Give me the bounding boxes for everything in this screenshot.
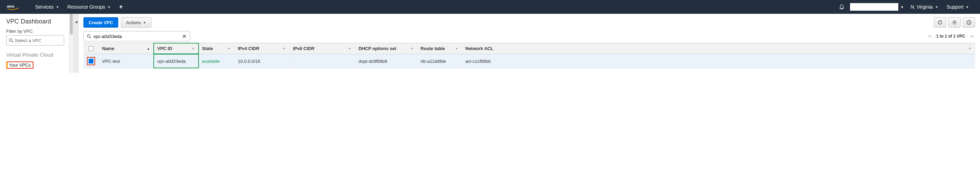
col-ipv6[interactable]: IPv6 CIDR ▼ xyxy=(290,43,355,54)
filter-placeholder: Select a VPC xyxy=(15,38,41,43)
search-bar: ✕ ≪ ‹ 1 to 1 of 1 VPC › ≫ xyxy=(83,31,975,41)
settings-button[interactable] xyxy=(948,17,961,28)
nav-pin[interactable] xyxy=(115,0,127,14)
scrollbar-thumb[interactable] xyxy=(70,14,73,35)
actions-label: Actions xyxy=(126,20,141,25)
actions-button[interactable]: Actions ▼ xyxy=(121,17,152,28)
chevron-down-icon: ▼ xyxy=(900,5,904,9)
col-name-label: Name xyxy=(102,46,114,51)
nav-region[interactable]: N. Virginia ▼ xyxy=(907,0,942,14)
sort-icon: ▼ xyxy=(283,47,286,50)
close-icon: ✕ xyxy=(182,33,186,39)
svg-point-6 xyxy=(87,35,90,37)
col-ipv4-label: IPv4 CIDR xyxy=(238,46,259,51)
col-vpc-id-label: VPC ID xyxy=(157,46,172,51)
cell-vpc-id: vpc-a0d33eda xyxy=(154,54,199,68)
row-checkbox-highlight xyxy=(87,57,95,65)
nav-region-label: N. Virginia xyxy=(911,4,933,10)
cell-network-acl: acl-c1cf86bb xyxy=(462,54,975,68)
checkbox-icon xyxy=(89,46,94,51)
svg-line-2 xyxy=(12,41,13,43)
cell-dhcp: dopt-dc9f68b9 xyxy=(355,54,417,68)
pager-prev-icon[interactable]: ‹ xyxy=(933,34,936,39)
sidebar-title[interactable]: VPC Dashboard xyxy=(6,18,64,25)
svg-point-1 xyxy=(9,39,12,41)
chevron-left-icon: ◀ xyxy=(75,20,78,24)
chevron-down-icon: ▼ xyxy=(966,5,969,9)
clear-search-button[interactable]: ✕ xyxy=(181,33,187,40)
pager-next-icon[interactable]: › xyxy=(965,34,969,39)
svg-point-3 xyxy=(954,22,955,23)
sidebar-link-your-vpcs[interactable]: Your VPCs xyxy=(6,61,33,69)
row-checkbox-cell[interactable] xyxy=(83,54,99,68)
sort-icon: ▼ xyxy=(348,47,351,50)
pager: ≪ ‹ 1 to 1 of 1 VPC › ≫ xyxy=(926,34,975,39)
pager-first-icon[interactable]: ≪ xyxy=(926,34,933,39)
table-row[interactable]: VPC-test vpc-a0d33eda available 10.0.0.0… xyxy=(83,54,975,69)
nav-services[interactable]: Services ▼ xyxy=(31,0,64,14)
content-pane: Create VPC Actions ▼ ? xyxy=(79,14,980,73)
col-network-acl[interactable]: Network ACL ▼ xyxy=(462,43,975,54)
cell-state: available xyxy=(199,54,234,68)
svg-text:?: ? xyxy=(968,21,970,24)
sort-icon: ▼ xyxy=(228,47,231,50)
sidebar-scrollbar[interactable] xyxy=(69,14,74,73)
create-vpc-button[interactable]: Create VPC xyxy=(83,17,118,28)
col-dhcp[interactable]: DHCP options set ▼ xyxy=(355,43,417,54)
top-nav: aws Services ▼ Resource Groups ▼ ▼ N. Vi… xyxy=(0,0,980,14)
col-state-label: State xyxy=(202,46,213,51)
sort-icon: ▼ xyxy=(410,47,413,50)
help-icon: ? xyxy=(966,20,972,25)
account-menu-caret[interactable]: ▼ xyxy=(900,5,907,9)
sort-icon: ▼ xyxy=(192,47,195,50)
chevron-down-icon: ▼ xyxy=(935,5,938,9)
col-vpc-id[interactable]: VPC ID ▼ xyxy=(154,43,199,54)
col-ipv6-label: IPv6 CIDR xyxy=(293,46,314,51)
col-rt-label: Route table xyxy=(420,46,445,51)
pager-text: 1 to 1 of 1 VPC xyxy=(936,34,965,39)
help-button[interactable]: ? xyxy=(963,17,975,28)
pager-last-icon[interactable]: ≫ xyxy=(969,34,975,39)
filter-label: Filter by VPC: xyxy=(6,29,64,34)
account-menu[interactable] xyxy=(850,3,898,11)
checkbox-checked-icon xyxy=(89,59,94,64)
nav-services-label: Services xyxy=(35,4,54,10)
nav-support-label: Support xyxy=(947,4,964,10)
col-select-all[interactable] xyxy=(83,43,99,54)
chevron-down-icon: ▼ xyxy=(143,21,146,24)
vpc-table: Name ▲ VPC ID ▼ State ▼ IPv4 CIDR ▼ IPv6… xyxy=(83,43,975,69)
nav-resource-groups[interactable]: Resource Groups ▼ xyxy=(64,0,115,14)
chevron-down-icon: ▼ xyxy=(107,5,111,9)
col-ipv4[interactable]: IPv4 CIDR ▼ xyxy=(234,43,290,54)
svg-text:aws: aws xyxy=(7,4,14,8)
col-acl-label: Network ACL xyxy=(465,46,493,51)
pin-icon xyxy=(119,5,123,9)
search-input[interactable] xyxy=(92,34,181,39)
gear-icon xyxy=(952,20,957,25)
cell-name: VPC-test xyxy=(99,54,154,68)
nav-resource-groups-label: Resource Groups xyxy=(68,4,105,10)
bell-icon xyxy=(839,4,845,10)
cell-route-table: rtb-a12a8fde xyxy=(417,54,462,68)
col-state[interactable]: State ▼ xyxy=(199,43,234,54)
sort-asc-icon: ▲ xyxy=(147,47,150,50)
sidebar: VPC Dashboard Filter by VPC: Select a VP… xyxy=(0,14,69,73)
notifications-bell[interactable] xyxy=(835,4,849,10)
col-dhcp-label: DHCP options set xyxy=(358,46,396,51)
filter-vpc-select[interactable]: Select a VPC xyxy=(6,35,64,46)
svg-line-7 xyxy=(90,37,91,38)
search-icon xyxy=(86,34,91,39)
col-route-table[interactable]: Route table ▼ xyxy=(417,43,462,54)
search-input-wrap: ✕ xyxy=(83,31,190,41)
sort-icon: ▼ xyxy=(455,47,458,50)
sidebar-collapse[interactable]: ◀ xyxy=(74,14,79,73)
refresh-button[interactable] xyxy=(934,17,946,28)
table-header: Name ▲ VPC ID ▼ State ▼ IPv4 CIDR ▼ IPv6… xyxy=(83,43,975,54)
nav-support[interactable]: Support ▼ xyxy=(942,0,973,14)
sidebar-section-vpc: Virtual Private Cloud xyxy=(6,52,64,58)
aws-logo[interactable]: aws xyxy=(7,3,24,10)
sort-icon: ▼ xyxy=(968,47,971,50)
col-name[interactable]: Name ▲ xyxy=(99,43,154,54)
cell-ipv6 xyxy=(290,54,355,68)
cell-ipv4: 10.0.0.0/16 xyxy=(234,54,290,68)
